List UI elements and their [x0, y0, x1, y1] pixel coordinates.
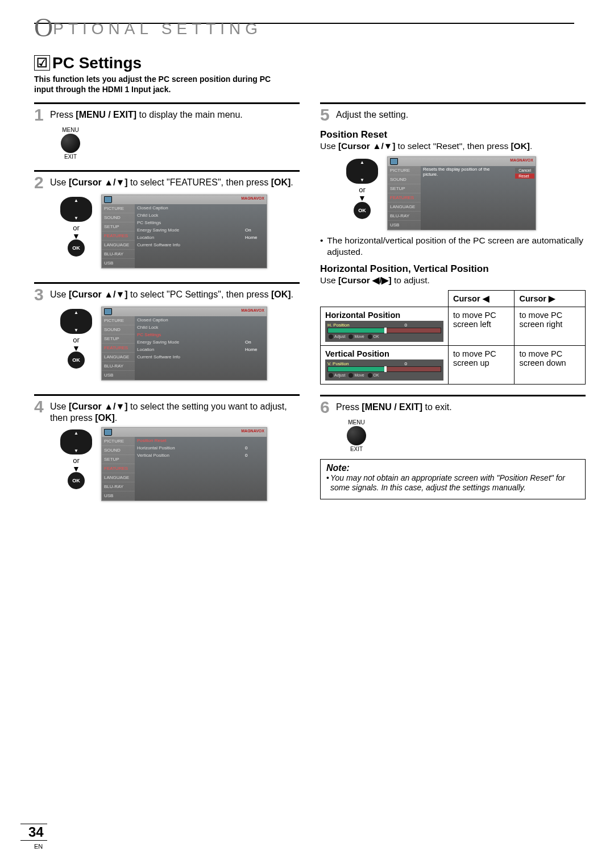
page-title: OPTIONAL SETTING	[34, 13, 586, 43]
intro-text: This function lets you adjust the PC scr…	[34, 75, 279, 94]
ok-button-icon: OK	[68, 472, 85, 489]
osd-reset: Reset	[515, 173, 534, 179]
bullet-auto-adjust: •The horizontal/vertical position of the…	[320, 235, 586, 258]
dpad-icon	[60, 429, 92, 454]
hv-position-heading: Horizontal Position, Vertical Position	[320, 263, 586, 275]
position-reset-heading: Position Reset	[320, 129, 586, 140]
dpad-icon	[346, 159, 378, 184]
h-position-osd: H. Position0 AdjustMoveOK	[325, 321, 443, 342]
osd-cancel: Cancel	[515, 168, 534, 173]
step-5: 5 Adjust the setting.	[320, 106, 586, 123]
step-4: 4 Use [Cursor ▲/▼] to select the setting…	[34, 398, 300, 424]
v-position-osd: V. Position0 AdjustMoveOK	[325, 359, 443, 381]
tv-icon	[104, 308, 112, 315]
tv-icon	[104, 429, 112, 436]
page-number: 34 EN	[20, 824, 47, 851]
section-heading: ☑PC Settings	[34, 54, 586, 72]
menu-exit-button-graphic: MENU EXIT	[51, 127, 90, 160]
menu-exit-button-graphic: MENU EXIT	[337, 419, 376, 452]
dpad-icon	[60, 309, 92, 334]
dpad-icon	[60, 197, 92, 222]
cursor-direction-table: Cursor ◀Cursor ▶ Horizontal Position H. …	[320, 290, 586, 385]
step-2: 2 Use [Cursor ▲/▼] to select "FEATURES",…	[34, 174, 300, 191]
note-box: Note: •You may not obtain an appropriate…	[320, 459, 586, 499]
cursor-ok-remote-graphic: or ▼ OK	[57, 309, 96, 369]
ok-button-icon: OK	[68, 352, 85, 369]
remote-button-icon	[61, 134, 80, 153]
osd-screenshot-reset: MAGNAVOX PICTURESOUNDSETUP FEATURES LANG…	[387, 156, 536, 230]
osd-screenshot-features: MAGNAVOX PICTURE SOUND SETUP FEATURES LA…	[101, 195, 267, 268]
step-3: 3 Use [Cursor ▲/▼] to select "PC Setting…	[34, 286, 300, 303]
step-6: 6 Press [MENU / EXIT] to exit.	[320, 399, 586, 416]
remote-button-icon	[347, 426, 366, 445]
cursor-ok-remote-graphic: or ▼ OK	[57, 429, 96, 489]
ok-button-icon: OK	[68, 239, 85, 257]
osd-screenshot-pcsettings: MAGNAVOX PICTURESOUNDSETUP FEATURES LANG…	[101, 307, 267, 381]
cursor-ok-remote-graphic: or ▼ OK	[57, 197, 96, 257]
osd-screenshot-positions: MAGNAVOX PICTURESOUNDSETUP FEATURES LANG…	[101, 427, 267, 501]
cursor-ok-remote-graphic: or ▼ OK	[343, 159, 381, 218]
tv-icon	[104, 196, 112, 203]
step-1: 1 Press [MENU / EXIT] to display the mai…	[34, 106, 300, 123]
tv-icon	[390, 158, 398, 165]
ok-button-icon: OK	[354, 202, 371, 219]
check-icon: ☑	[34, 55, 50, 71]
